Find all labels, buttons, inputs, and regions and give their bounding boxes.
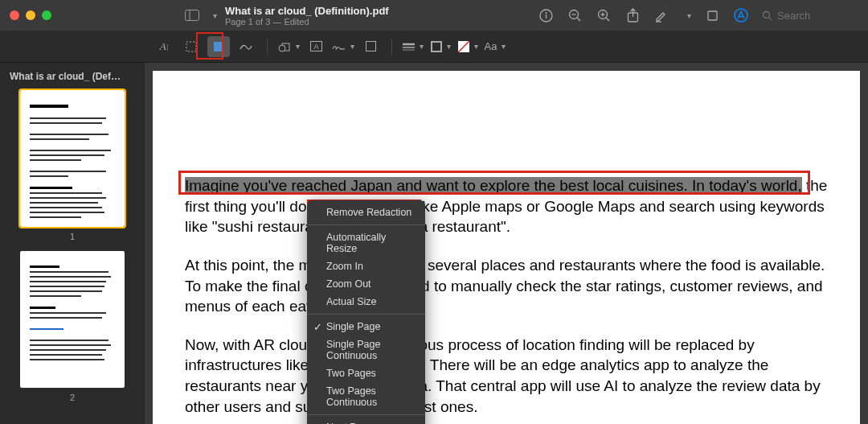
menu-separator (307, 414, 425, 415)
svg-rect-0 (186, 10, 199, 21)
menu-single-page-cont[interactable]: Single Page Continuous (307, 335, 425, 364)
menu-actual-size[interactable]: Actual Size (307, 293, 425, 311)
document-view[interactable]: Imagine you've reached Japan and want to… (145, 63, 868, 424)
border-color-icon[interactable]: ▾ (429, 36, 452, 57)
fill-color-icon[interactable]: ▾ (457, 36, 479, 57)
paragraph-2: At this point, the map app will show sev… (185, 255, 844, 317)
note-icon[interactable] (359, 36, 382, 57)
highlight-icon[interactable] (653, 7, 669, 23)
sidebar-toggle-icon[interactable] (184, 7, 200, 23)
page-thumbnail-1[interactable] (20, 90, 125, 227)
menu-next-page[interactable]: Next Page (307, 418, 425, 424)
thumb-number: 1 (10, 232, 135, 241)
text-style-icon[interactable]: A| (153, 36, 175, 57)
paragraph-3: Now, with AR cloud, this super tedious p… (185, 335, 844, 418)
select-rect-icon[interactable] (180, 36, 203, 57)
menu-separator (307, 314, 425, 315)
rotate-icon[interactable] (704, 7, 720, 23)
search-placeholder: Search (777, 10, 810, 22)
sketch-icon[interactable] (235, 36, 257, 57)
shapes-icon[interactable]: ▾ (277, 36, 300, 57)
svg-rect-20 (214, 42, 223, 51)
document-title: What is ar cloud_ (Definition).pdf (225, 5, 389, 17)
svg-line-6 (577, 18, 580, 21)
chevron-down-icon[interactable]: ▾ (213, 11, 217, 20)
zoom-out-icon[interactable] (567, 7, 583, 23)
share-icon[interactable] (624, 7, 641, 23)
titlebar: ▾ What is ar cloud_ (Definition).pdf Pag… (0, 0, 868, 31)
svg-rect-19 (186, 42, 196, 51)
menu-two-pages-cont[interactable]: Two Pages Continuous (307, 382, 425, 411)
redacted-text[interactable]: Imagine you've reached Japan and want to… (185, 177, 802, 194)
paragraph-1: Imagine you've reached Japan and want to… (185, 175, 844, 237)
thumb-number: 2 (10, 393, 135, 402)
chevron-down-icon[interactable]: ▾ (687, 11, 691, 20)
menu-zoom-out[interactable]: Zoom Out (307, 275, 425, 293)
info-icon[interactable] (538, 7, 554, 23)
window-controls (10, 10, 51, 20)
font-style-icon[interactable]: Aa▾ (484, 36, 506, 57)
svg-text:A: A (313, 43, 318, 51)
minimize-window[interactable] (26, 10, 35, 20)
svg-point-22 (279, 45, 285, 51)
svg-rect-25 (366, 42, 375, 51)
sign-icon[interactable]: ▾ (332, 36, 354, 57)
sidebar-title: What is ar cloud_ (Def… (10, 71, 135, 82)
thumbnail-sidebar: What is ar cloud_ (Def… 1 2 (0, 63, 145, 424)
svg-rect-4 (545, 14, 546, 19)
redact-tool-icon[interactable] (207, 36, 230, 57)
menu-remove-redaction[interactable]: Remove Redaction (307, 204, 425, 221)
document-subtitle: Page 1 of 3 — Edited (225, 17, 389, 27)
close-window[interactable] (10, 10, 19, 20)
svg-rect-15 (708, 11, 717, 20)
menu-auto-resize[interactable]: Automatically Resize (307, 228, 425, 257)
pdf-page: Imagine you've reached Japan and want to… (153, 71, 860, 424)
text-box-icon[interactable]: A (305, 36, 327, 57)
check-icon: ✓ (313, 321, 322, 333)
document-title-block: What is ar cloud_ (Definition).pdf Page … (225, 5, 389, 27)
menu-single-page[interactable]: ✓Single Page (307, 318, 425, 335)
menu-separator (307, 224, 425, 225)
context-menu: Remove Redaction Automatically Resize Zo… (307, 200, 425, 424)
svg-point-3 (545, 12, 547, 14)
svg-rect-29 (432, 42, 441, 51)
menu-two-pages[interactable]: Two Pages (307, 364, 425, 382)
zoom-in-icon[interactable] (596, 7, 612, 23)
markup-icon[interactable] (733, 7, 749, 23)
svg-line-9 (606, 18, 609, 21)
menu-zoom-in[interactable]: Zoom In (307, 257, 425, 275)
zoom-window[interactable] (42, 10, 51, 20)
svg-point-17 (764, 11, 770, 18)
border-style-icon[interactable]: ▾ (402, 36, 424, 57)
svg-line-18 (769, 17, 772, 20)
markup-toolbar: A| ▾ A ▾ ▾ ▾ ▾ Aa▾ (0, 31, 868, 63)
page-thumbnail-2[interactable] (20, 251, 125, 388)
search-box[interactable]: Search (762, 10, 858, 22)
